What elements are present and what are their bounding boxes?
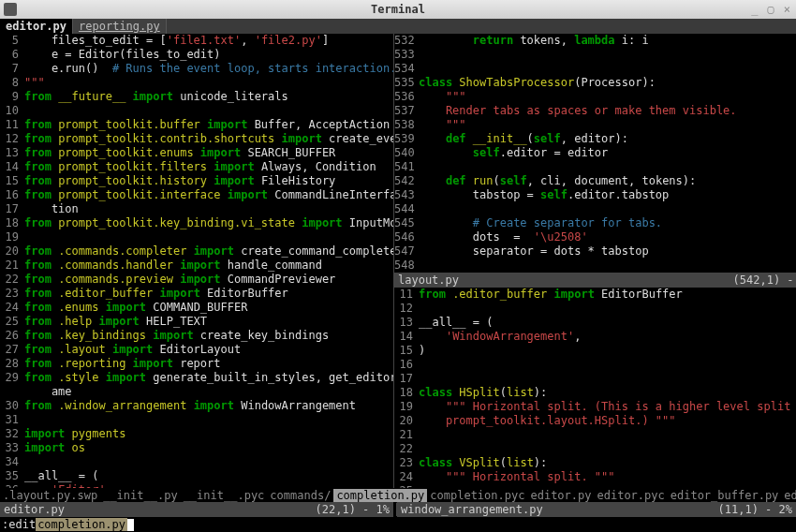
file-tab[interactable]: editor.py	[0, 19, 73, 34]
close-icon[interactable]: ×	[784, 3, 790, 16]
maximize-icon[interactable]: ▢	[768, 3, 774, 16]
line-number: 21	[0, 259, 24, 273]
code-line[interactable]: 27from .layout import EditorLayout	[0, 343, 393, 357]
code-line[interactable]: 32import pygments	[0, 427, 393, 441]
code-line[interactable]: 14 'WindowArrangement',	[394, 330, 796, 344]
code-line[interactable]: 28from .reporting import report	[0, 357, 393, 371]
code-line[interactable]: 34	[0, 455, 393, 469]
code-line[interactable]: 7 e.run() # Runs the event loop, starts …	[0, 62, 393, 76]
code-line[interactable]: 12	[394, 302, 796, 316]
code-line[interactable]: 23from .editor_buffer import EditorBuffe…	[0, 287, 393, 301]
line-number: 541	[394, 160, 419, 174]
code-line[interactable]: 18class HSplit(list):	[394, 386, 796, 400]
code-line[interactable]: 15from prompt_toolkit.history import Fil…	[0, 174, 393, 188]
code-line[interactable]: 532 return tokens, lambda i: i	[394, 34, 796, 48]
code-line[interactable]: 542 def run(self, cli, document, tokens)…	[394, 174, 796, 188]
code-area-right-top[interactable]: 532 return tokens, lambda i: i533534535c…	[394, 34, 796, 273]
code-line[interactable]: 543 tabstop = self.editor.tabstop	[394, 188, 796, 202]
statusline-left: editor.py (22,1) - 1%	[0, 502, 393, 517]
completion-item[interactable]: completion.py	[333, 489, 427, 502]
editor-panes: 5 files_to_edit = ['file1.txt', 'file2.p…	[0, 34, 796, 488]
line-number: 18	[0, 216, 24, 230]
completion-item[interactable]: editor_buffer.pyc	[781, 489, 796, 502]
code-line[interactable]: 9from __future__ import unicode_literals	[0, 90, 393, 104]
code-line[interactable]: 10	[0, 104, 393, 118]
code-line[interactable]: 8"""	[0, 76, 393, 90]
status-position: (11,1) - 2%	[718, 503, 792, 516]
code-line[interactable]: 13from prompt_toolkit.enums import SEARC…	[0, 146, 393, 160]
code-line[interactable]: 536 """	[394, 90, 796, 104]
status-filename: layout.py	[398, 273, 733, 287]
code-line[interactable]: 541	[394, 160, 796, 174]
code-line[interactable]: 538 """	[394, 118, 796, 132]
line-number: 7	[0, 62, 24, 76]
code-line[interactable]: 22from .commands.preview import CommandP…	[0, 273, 393, 287]
code-line[interactable]: 14from prompt_toolkit.filters import Alw…	[0, 160, 393, 174]
code-area-left[interactable]: 5 files_to_edit = ['file1.txt', 'file2.p…	[0, 34, 393, 488]
code-line[interactable]: 33import os	[0, 441, 393, 455]
completion-item[interactable]: .layout.py.swp	[0, 489, 100, 502]
line-number: 538	[394, 118, 419, 132]
code-line[interactable]: 16	[394, 358, 796, 372]
line-number: 19	[0, 230, 24, 244]
completion-item[interactable]: __init__.py	[100, 489, 180, 502]
code-line[interactable]: ame	[0, 385, 393, 399]
code-line[interactable]: 11from prompt_toolkit.buffer import Buff…	[0, 118, 393, 132]
code-line[interactable]: 13__all__ = (	[394, 316, 796, 330]
code-line[interactable]: 18from prompt_toolkit.key_binding.vi_sta…	[0, 216, 393, 230]
code-line[interactable]: 16from prompt_toolkit.interface import C…	[0, 188, 393, 202]
code-line[interactable]: 21	[394, 428, 796, 442]
code-line[interactable]: 31	[0, 413, 393, 427]
titlebar[interactable]: Terminal _ ▢ ×	[0, 0, 796, 19]
code-line[interactable]: 22	[394, 442, 796, 456]
code-line[interactable]: 15)	[394, 344, 796, 358]
completion-item[interactable]: editor.py	[527, 489, 594, 502]
minimize-icon[interactable]: _	[751, 3, 758, 16]
code-line[interactable]: 11from .editor_buffer import EditorBuffe…	[394, 288, 796, 302]
command-prefix: :edit	[2, 518, 36, 531]
code-line[interactable]: 533	[394, 48, 796, 62]
completion-item[interactable]: completion.pyc	[427, 489, 527, 502]
code-line[interactable]: 35__all__ = (	[0, 469, 393, 483]
completion-item[interactable]: editor.pyc	[594, 489, 667, 502]
line-number: 17	[394, 372, 419, 386]
code-line[interactable]: 535class ShowTabsProcessor(Processor):	[394, 76, 796, 90]
code-line[interactable]: 12from prompt_toolkit.contrib.shortcuts …	[0, 132, 393, 146]
code-line[interactable]: 548	[394, 259, 796, 273]
code-line[interactable]: 17	[394, 372, 796, 386]
code-line[interactable]: 20 prompt_toolkit.layout.HSplit.) """	[394, 414, 796, 428]
completion-popup[interactable]: .layout.py.swp__init__.py__init__.pyccom…	[0, 488, 796, 502]
code-line[interactable]: 19	[0, 230, 393, 244]
code-line[interactable]: 26from .key_bindings import create_key_b…	[0, 329, 393, 343]
code-line[interactable]: 29from .style import generate_built_in_s…	[0, 371, 393, 385]
code-line[interactable]: 6 e = Editor(files_to_edit)	[0, 48, 393, 62]
code-line[interactable]: 17 tion	[0, 202, 393, 216]
code-line[interactable]: 545 # Create separator for tabs.	[394, 216, 796, 230]
completion-item[interactable]: commands/	[267, 489, 333, 502]
code-line[interactable]: 19 """ Horizontal split. (This is a high…	[394, 400, 796, 414]
line-number: 17	[0, 202, 24, 216]
completion-item[interactable]: __init__.pyc	[181, 489, 268, 502]
code-line[interactable]: 539 def __init__(self, editor):	[394, 132, 796, 146]
code-line[interactable]: 547 separator = dots * tabstop	[394, 244, 796, 259]
code-line[interactable]: 537 Render tabs as spaces or make them v…	[394, 104, 796, 118]
command-line[interactable]: :edit completion.py	[0, 517, 796, 532]
code-line[interactable]: 5 files_to_edit = ['file1.txt', 'file2.p…	[0, 34, 393, 48]
code-line[interactable]: 20from .commands.completer import create…	[0, 244, 393, 259]
line-number: 23	[394, 456, 419, 470]
code-area-right-bottom[interactable]: 11from .editor_buffer import EditorBuffe…	[394, 288, 796, 488]
code-line[interactable]: 534	[394, 62, 796, 76]
code-line[interactable]: 544	[394, 202, 796, 216]
line-number: 13	[0, 146, 24, 160]
code-line[interactable]: 24from .enums import COMMAND_BUFFER	[0, 301, 393, 315]
code-line[interactable]: 24 """ Horizontal split. """	[394, 470, 796, 484]
code-line[interactable]: 540 self.editor = editor	[394, 146, 796, 160]
completion-item[interactable]: editor_buffer.py	[668, 489, 782, 502]
code-line[interactable]: 21from .commands.handler import handle_c…	[0, 259, 393, 273]
code-line[interactable]: 25from .help import HELP_TEXT	[0, 315, 393, 329]
code-line[interactable]: 23class VSplit(list):	[394, 456, 796, 470]
code-line[interactable]: 30from .window_arrangement import Window…	[0, 399, 393, 413]
file-tab[interactable]: reporting.py	[73, 19, 167, 34]
code-line[interactable]: 546 dots = '\u2508'	[394, 230, 796, 244]
line-number: 21	[394, 428, 419, 442]
